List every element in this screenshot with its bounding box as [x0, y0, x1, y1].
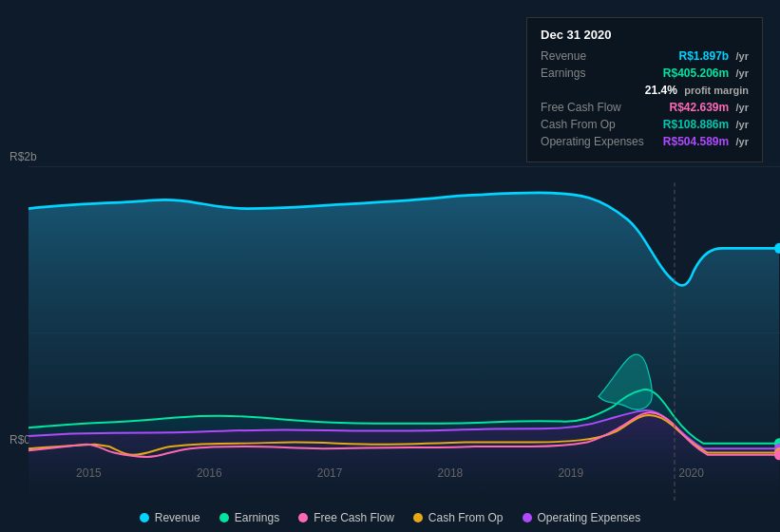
legend-item-revenue[interactable]: Revenue [140, 511, 200, 524]
x-label-2017: 2017 [317, 466, 343, 480]
tooltip-row-fcf: Free Cash Flow R$42.639m /yr [541, 101, 749, 114]
legend-label-cashop: Cash From Op [428, 511, 504, 524]
tooltip-value-cashop: R$108.886m /yr [663, 118, 749, 131]
x-label-2019: 2019 [558, 466, 583, 480]
tooltip-label-cashop: Cash From Op [541, 118, 616, 131]
tooltip-date: Dec 31 2020 [541, 28, 749, 42]
legend-item-opexp[interactable]: Operating Expenses [523, 511, 641, 524]
tooltip-value-fcf: R$42.639m /yr [669, 101, 749, 114]
tooltip-value-opexp: R$504.589m /yr [663, 135, 749, 148]
legend-dot-earnings [219, 513, 229, 522]
tooltip-row-opexp: Operating Expenses R$504.589m /yr [541, 135, 749, 148]
legend-label-fcf: Free Cash Flow [314, 511, 394, 524]
legend-dot-opexp [523, 513, 532, 522]
tooltip-label-revenue: Revenue [541, 49, 586, 63]
x-label-2020: 2020 [678, 466, 704, 480]
legend-item-earnings[interactable]: Earnings [219, 511, 279, 524]
legend-dot-revenue [140, 513, 149, 522]
tooltip-value-revenue: R$1.897b /yr [678, 49, 749, 63]
x-axis: 2015 2016 2017 2018 2019 2020 [0, 466, 780, 480]
tooltip-value-margin: 21.4% profit margin [645, 84, 749, 97]
legend-dot-cashop [413, 513, 423, 522]
tooltip-row-cashop: Cash From Op R$108.886m /yr [541, 118, 749, 131]
tooltip-label-fcf: Free Cash Flow [541, 101, 621, 114]
tooltip-label-earnings: Earnings [541, 66, 585, 80]
legend-label-earnings: Earnings [235, 511, 279, 524]
tooltip-value-earnings: R$405.206m /yr [663, 66, 749, 80]
legend-item-cashop[interactable]: Cash From Op [413, 511, 504, 524]
tooltip-row-margin: 21.4% profit margin [541, 84, 749, 97]
tooltip-label-opexp: Operating Expenses [541, 135, 644, 148]
x-label-2018: 2018 [438, 466, 464, 480]
x-label-2015: 2015 [76, 466, 102, 480]
legend-dot-fcf [298, 513, 308, 522]
legend-bar: Revenue Earnings Free Cash Flow Cash Fro… [0, 511, 780, 524]
legend-label-revenue: Revenue [155, 511, 200, 524]
legend-item-fcf[interactable]: Free Cash Flow [298, 511, 394, 524]
tooltip-panel: Dec 31 2020 Revenue R$1.897b /yr Earning… [526, 17, 763, 162]
tooltip-row-revenue: Revenue R$1.897b /yr [541, 49, 749, 63]
x-label-2016: 2016 [197, 466, 222, 480]
tooltip-row-earnings: Earnings R$405.206m /yr [541, 66, 749, 80]
legend-label-opexp: Operating Expenses [538, 511, 641, 524]
